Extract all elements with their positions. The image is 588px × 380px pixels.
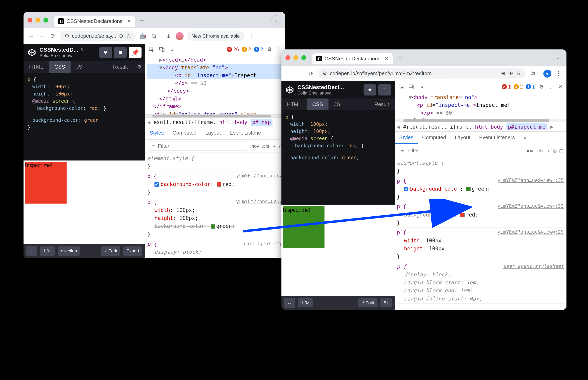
color-swatch-green[interactable]: [466, 187, 471, 191]
tab-result[interactable]: Result: [108, 61, 133, 73]
crumb-prev-icon[interactable]: ◀: [397, 124, 400, 130]
crumb-next-icon[interactable]: ▶: [550, 124, 553, 130]
device-toggle-icon[interactable]: [408, 83, 415, 90]
add-property-icon[interactable]: ＋: [558, 193, 564, 201]
footer-expand-button[interactable]: ︿: [284, 298, 295, 308]
close-devtools-icon[interactable]: ✕: [557, 83, 564, 90]
elements-scrollbar[interactable]: [395, 119, 567, 122]
robot-icon[interactable]: 🤖: [139, 32, 147, 40]
extensions-icon[interactable]: ⧉: [529, 70, 537, 77]
tab-result[interactable]: Result: [369, 98, 395, 110]
crumb-prev-icon[interactable]: ◀: [147, 119, 150, 125]
heart-button[interactable]: ♥: [364, 84, 376, 95]
style-source-link[interactable]: yLmYEmZ?noc…ue&v: [236, 198, 282, 205]
new-style-icon[interactable]: ＋: [272, 143, 277, 149]
forward-button[interactable]: →: [296, 70, 304, 77]
zoom-icon[interactable]: ⊕: [119, 33, 123, 39]
devtools-menu-icon[interactable]: ⋮: [276, 46, 282, 53]
color-swatch-red[interactable]: [217, 182, 221, 187]
incognito-icon[interactable]: 👁: [508, 70, 514, 76]
tab-layout[interactable]: Layout: [450, 132, 475, 144]
property-checkbox[interactable]: [154, 182, 159, 187]
styles-pane[interactable]: element.style { } yLmYEmZ?ano…ue&view=:3…: [395, 157, 567, 304]
download-icon[interactable]: ⤓: [165, 32, 172, 40]
pin-button[interactable]: 📌: [129, 47, 142, 58]
browser-tab[interactable]: ◧ CSSNestedDeclarations ✕: [312, 53, 393, 64]
close-window-button[interactable]: [285, 55, 290, 60]
styles-more-icon[interactable]: »: [519, 132, 531, 144]
breadcrumb-body[interactable]: body: [235, 119, 247, 125]
tab-js[interactable]: JS: [329, 98, 346, 110]
footer-expand-button[interactable]: ︿: [26, 246, 37, 256]
close-tab-icon[interactable]: ✕: [127, 18, 131, 24]
zoom-label[interactable]: 1.0×: [40, 247, 55, 256]
errors-badge[interactable]: ✕26: [227, 46, 239, 52]
new-tab-button[interactable]: ＋: [139, 16, 145, 24]
inspect-me-element[interactable]: Inspect me!: [283, 206, 325, 248]
tab-computed[interactable]: Computed: [418, 132, 450, 144]
fork-button[interactable]: ⑂Fork: [101, 247, 120, 256]
bookmark-icon[interactable]: ☆: [516, 70, 521, 76]
errors-badge[interactable]: ✕1: [502, 84, 511, 90]
menu-icon[interactable]: ⋮: [554, 70, 563, 77]
breadcrumb-html[interactable]: html: [219, 119, 232, 125]
devtools-more-icon[interactable]: »: [418, 83, 425, 90]
devtools-more-icon[interactable]: »: [169, 46, 176, 53]
heart-button[interactable]: ♥: [99, 47, 112, 58]
reload-button[interactable]: ⟳: [307, 70, 314, 77]
tab-css[interactable]: CSS: [49, 61, 71, 73]
edit-title-icon[interactable]: ✎: [80, 47, 84, 52]
tab-layout[interactable]: Layout: [201, 127, 225, 139]
back-button[interactable]: ←: [28, 32, 35, 40]
cls-toggle[interactable]: .cls: [262, 143, 269, 149]
profile-avatar[interactable]: [176, 32, 184, 40]
close-tab-icon[interactable]: ✕: [385, 56, 389, 61]
settings-button[interactable]: ≡: [114, 47, 127, 58]
profile-avatar[interactable]: ●: [543, 70, 551, 77]
css-editor[interactable]: p { width: 100px; height: 100px; @media …: [23, 73, 145, 160]
extensions-icon[interactable]: ⧉: [150, 32, 158, 40]
tab-event-listeners[interactable]: Event Listene: [225, 127, 265, 139]
color-swatch-red[interactable]: [460, 213, 465, 217]
tab-styles[interactable]: Styles: [395, 132, 418, 144]
breadcrumb-p[interactable]: p#insp: [251, 119, 273, 126]
update-chrome-button[interactable]: New Chrome available: [187, 31, 244, 41]
bookmark-icon[interactable]: ☆: [126, 33, 131, 39]
zoom-label[interactable]: 1.0×: [298, 298, 313, 307]
style-source-link[interactable]: yLmYEmZ?noc…ue&v: [236, 172, 282, 180]
tab-html[interactable]: HTML: [281, 98, 307, 110]
site-settings-icon[interactable]: ⚙: [65, 33, 69, 39]
breadcrumb-body[interactable]: body: [491, 124, 503, 130]
cls-toggle[interactable]: .cls: [536, 148, 543, 153]
inspect-me-element[interactable]: Inspect me!: [25, 162, 67, 204]
color-swatch-green[interactable]: [211, 224, 215, 229]
style-source-link[interactable]: yLmYEmZ?ano…ue&view=:35: [497, 177, 564, 184]
menu-icon[interactable]: ⋮: [248, 32, 256, 40]
warnings-badge[interactable]: ▲2: [514, 84, 523, 90]
hov-toggle[interactable]: :hov: [524, 148, 533, 153]
settings-icon[interactable]: ⚙: [266, 46, 273, 53]
address-field[interactable]: ⚙ codepen.io/sofiayem/pen/yLmYEmZ?editor…: [318, 68, 526, 78]
elements-tree[interactable]: ▼<body translate="no"> <p id="inspect-me…: [395, 92, 567, 119]
tab-html[interactable]: HTML: [23, 61, 49, 73]
css-editor[interactable]: p { width: 100px; height: 100px; @media …: [281, 110, 395, 205]
minimize-window-button[interactable]: [294, 55, 298, 60]
collapse-tabs-button[interactable]: ⌄: [553, 53, 563, 62]
filter-input[interactable]: ⫧Filter: [148, 142, 247, 151]
style-source-link[interactable]: yLmYEmZ?ano…ue&view=:33: [497, 203, 564, 210]
minimize-window-button[interactable]: [36, 18, 40, 22]
export-button[interactable]: Export: [123, 247, 142, 256]
forward-button[interactable]: →: [38, 32, 46, 40]
toggle-computed-icon[interactable]: ⎙: [553, 148, 556, 153]
reload-button[interactable]: ⟳: [49, 32, 57, 40]
breadcrumb-p[interactable]: p#inspect-me: [506, 123, 547, 130]
breadcrumb-iframe[interactable]: #result.result-iframe.: [403, 124, 472, 130]
settings-button[interactable]: ≡: [378, 84, 391, 95]
hov-toggle[interactable]: :hov: [250, 143, 259, 149]
info-badge[interactable]: i2: [254, 46, 263, 52]
inspect-icon[interactable]: [398, 83, 404, 90]
tab-event-listeners[interactable]: Event Listeners: [475, 132, 519, 144]
fork-button[interactable]: ⑂Fork: [358, 298, 378, 307]
new-style-icon[interactable]: ＋: [546, 148, 551, 154]
export-button[interactable]: Ex: [380, 298, 392, 307]
